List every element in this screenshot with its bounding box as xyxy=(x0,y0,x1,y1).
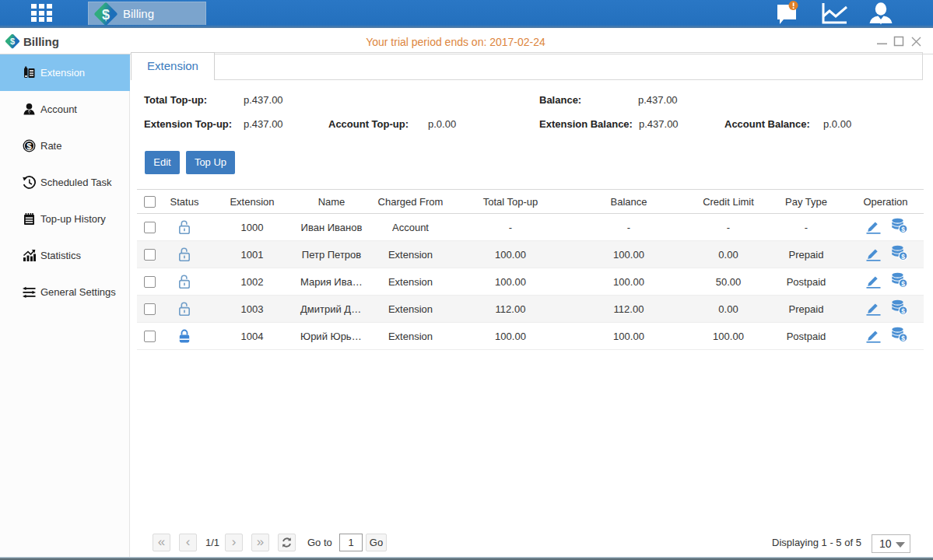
svg-text:$: $ xyxy=(901,307,905,315)
svg-text:$: $ xyxy=(901,280,905,288)
svg-text:$: $ xyxy=(102,7,110,23)
svg-text:$: $ xyxy=(901,253,905,261)
svg-text:$: $ xyxy=(901,226,905,233)
svg-text:$: $ xyxy=(901,334,905,342)
svg-text:$: $ xyxy=(26,142,32,151)
